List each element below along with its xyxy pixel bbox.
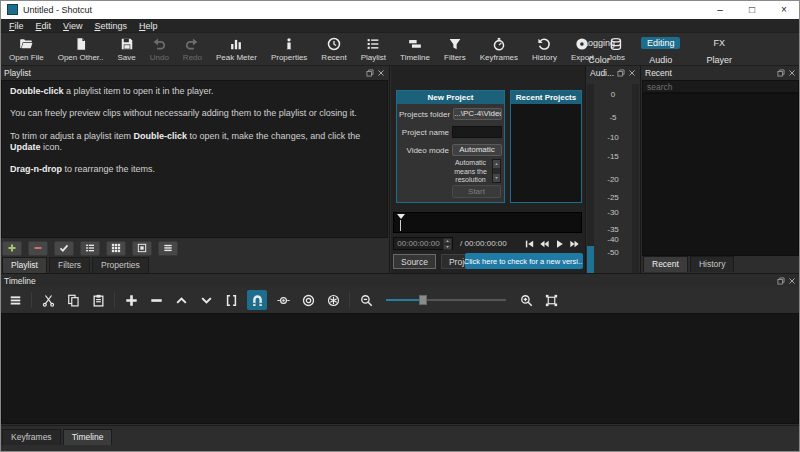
zoom-in-button[interactable] (517, 291, 535, 309)
tab-timeline[interactable]: Timeline (63, 429, 113, 445)
menu-help[interactable]: Help (133, 20, 164, 32)
playlist-remove-button[interactable] (28, 241, 48, 256)
playlist-toolbar (0, 239, 389, 257)
zoom-fit-button[interactable] (542, 291, 560, 309)
close-panel-icon[interactable] (377, 69, 385, 77)
scroll-down-icon[interactable] (493, 174, 500, 182)
grid-icon (111, 243, 121, 253)
recent-list[interactable] (642, 93, 799, 256)
playlist-button[interactable]: Playlist (354, 35, 393, 64)
view-details-button[interactable] (80, 241, 100, 256)
slider-handle[interactable] (419, 295, 427, 305)
history-button[interactable]: History (525, 35, 564, 64)
video-mode-button[interactable]: Automatic (452, 144, 502, 156)
float-panel-icon[interactable] (777, 277, 785, 285)
keyframes-label: Keyframes (480, 53, 518, 62)
layout-audio-button[interactable]: Audio (643, 54, 678, 66)
tab-filters[interactable]: Filters (49, 257, 90, 273)
playlist-panel-header: Playlist (0, 66, 389, 80)
spin-down-icon[interactable] (443, 244, 452, 250)
peak-meter-button[interactable]: Peak Meter (209, 35, 264, 64)
close-button[interactable]: × (768, 0, 800, 19)
layout-logging-button[interactable]: Logging (577, 37, 621, 49)
playlist-update-button[interactable] (54, 241, 74, 256)
timeline-button[interactable]: Timeline (393, 35, 437, 64)
float-panel-icon[interactable] (366, 69, 374, 77)
recent-button[interactable]: Recent (314, 35, 353, 64)
seek-bar[interactable] (393, 212, 582, 233)
split-button[interactable] (222, 291, 240, 309)
layout-player-button[interactable]: Player (700, 54, 738, 66)
scroll-up-icon[interactable] (493, 160, 500, 168)
tab-playlist[interactable]: Playlist (2, 257, 47, 273)
db-label: -35 (586, 225, 640, 234)
title-bar: Untitled - Shotcut – □ × (0, 0, 800, 19)
undo-button[interactable]: Undo (143, 35, 176, 64)
properties-button[interactable]: Properties (264, 35, 314, 64)
hint-scrollbar[interactable] (492, 159, 501, 183)
open-file-label: Open File (9, 53, 44, 62)
tab-history[interactable]: History (690, 256, 734, 272)
menu-settings[interactable]: Settings (88, 20, 133, 32)
search-input[interactable] (643, 81, 798, 92)
tab-properties[interactable]: Properties (92, 257, 149, 273)
ripple-all-toggle[interactable] (324, 291, 342, 309)
plus-icon (7, 243, 17, 253)
layout-editing-button[interactable]: Editing (641, 37, 681, 49)
filters-button[interactable]: Filters (437, 35, 473, 64)
tip-text: to open it, make the changes, and click … (187, 131, 360, 141)
play-button[interactable] (554, 239, 565, 249)
float-panel-icon[interactable] (777, 69, 785, 77)
timeline-tracks-area[interactable] (1, 313, 799, 424)
chevron-down-icon (200, 294, 213, 307)
copy-button[interactable] (64, 291, 82, 309)
timeline-panel: Timeline (0, 273, 800, 425)
tab-recent[interactable]: Recent (643, 256, 688, 272)
tab-keyframes[interactable]: Keyframes (2, 429, 61, 445)
minimize-button[interactable]: – (704, 0, 736, 19)
start-button[interactable]: Start (452, 185, 501, 198)
playlist-add-button[interactable] (2, 241, 22, 256)
lift-button[interactable] (172, 291, 190, 309)
cut-button[interactable] (39, 291, 57, 309)
menu-file[interactable]: File (3, 20, 30, 32)
project-name-input[interactable] (452, 126, 502, 138)
playlist-panel: Playlist Double-click a playlist item to… (0, 66, 390, 273)
fast-forward-button[interactable] (569, 239, 580, 249)
maximize-button[interactable]: □ (736, 0, 768, 19)
ripple-delete-button[interactable] (147, 291, 165, 309)
tab-source[interactable]: Source (393, 254, 436, 269)
tip-bold: Double-click (134, 131, 188, 141)
snap-toggle[interactable] (247, 290, 267, 310)
layout-color-button[interactable]: Color (582, 54, 616, 66)
save-button[interactable]: Save (111, 35, 143, 64)
playlist-menu-button[interactable] (158, 241, 178, 256)
timecode-spinner[interactable]: 00:00:00:00 (393, 237, 453, 250)
close-panel-icon[interactable] (788, 277, 796, 285)
view-tiles-button[interactable] (106, 241, 126, 256)
rewind-button[interactable] (539, 239, 550, 249)
append-button[interactable] (122, 291, 140, 309)
layout-fx-button[interactable]: FX (707, 37, 731, 49)
projects-folder-button[interactable]: ...\PC-4\Videos (453, 108, 502, 120)
check-version-button[interactable]: Click here to check for a new versi... (465, 253, 583, 269)
ripple-toggle[interactable] (299, 291, 317, 309)
overwrite-button[interactable] (197, 291, 215, 309)
menu-view[interactable]: View (57, 20, 88, 32)
zoom-out-button[interactable] (357, 291, 375, 309)
close-panel-icon[interactable] (628, 69, 636, 77)
paste-button[interactable] (89, 291, 107, 309)
float-panel-icon[interactable] (617, 69, 625, 77)
timeline-menu-button[interactable] (6, 291, 24, 309)
view-icons-button[interactable] (132, 241, 152, 256)
open-file-button[interactable]: Open File (2, 35, 51, 64)
menu-edit[interactable]: Edit (30, 20, 58, 32)
timeline-zoom-slider[interactable] (386, 293, 506, 307)
redo-button[interactable]: Redo (176, 35, 209, 64)
open-other-button[interactable]: Open Other.. (51, 35, 111, 64)
skip-to-start-button[interactable] (524, 239, 535, 249)
keyframes-button[interactable]: Keyframes (473, 35, 525, 64)
close-panel-icon[interactable] (788, 69, 796, 77)
playhead-icon[interactable] (397, 214, 405, 219)
scrub-toggle[interactable] (274, 291, 292, 309)
